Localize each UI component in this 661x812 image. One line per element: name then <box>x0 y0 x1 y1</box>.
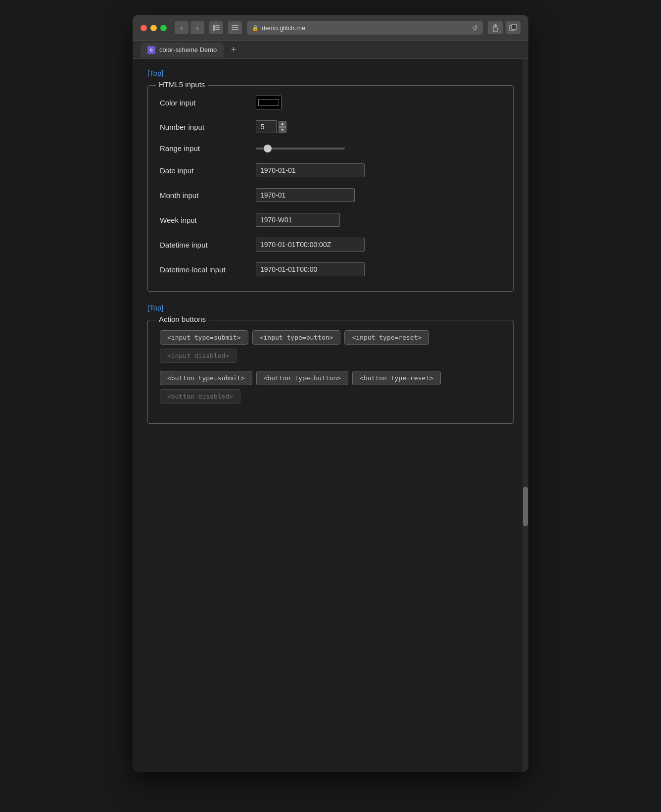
html5-legend: HTML5 inputs <box>156 80 208 89</box>
month-label: Month input <box>160 191 249 200</box>
date-input-row: Date input <box>160 163 501 177</box>
input-submit-button[interactable]: <input type=submit> <box>160 330 248 345</box>
button-reset-button[interactable]: <button type=reset> <box>352 371 441 385</box>
svg-rect-0 <box>213 25 215 31</box>
forward-button[interactable]: › <box>190 21 204 34</box>
number-spinner: ▲ ▼ <box>279 121 286 133</box>
svg-rect-5 <box>232 27 238 28</box>
number-input-row: Number input ▲ ▼ <box>160 120 501 133</box>
spinner-down-button[interactable]: ▼ <box>279 127 286 133</box>
number-input[interactable] <box>256 120 277 133</box>
minimize-button[interactable] <box>150 25 157 31</box>
traffic-lights <box>141 25 167 31</box>
close-button[interactable] <box>141 25 147 31</box>
lock-icon: 🔒 <box>252 25 259 31</box>
color-label: Color input <box>160 99 249 107</box>
action-buttons-section: Action buttons <input type=submit> <inpu… <box>147 320 514 424</box>
html5-inputs-section: HTML5 inputs Color input Number input ▲ … <box>147 85 514 292</box>
button-button-button[interactable]: <button type=button> <box>256 371 349 385</box>
tab-title: color-scheme Demo <box>159 46 217 53</box>
range-label: Range input <box>160 144 249 152</box>
range-input-row: Range input <box>160 144 501 152</box>
page-content: [Top] HTML5 inputs Color input Number in… <box>133 59 528 772</box>
number-label: Number input <box>160 123 249 131</box>
range-input[interactable] <box>256 148 345 150</box>
reader-button[interactable] <box>228 21 242 34</box>
date-label: Date input <box>160 166 249 175</box>
input-buttons-group: <input type=submit> <input type=button> … <box>160 330 501 363</box>
action-legend: Action buttons <box>156 315 209 323</box>
second-top-link[interactable]: [Top] <box>147 304 164 312</box>
color-input[interactable] <box>256 96 282 109</box>
datetimelocal-input[interactable] <box>256 262 365 276</box>
scrollbar[interactable] <box>522 59 528 772</box>
reload-button[interactable]: ↺ <box>472 24 478 32</box>
date-input[interactable] <box>256 163 365 177</box>
nav-buttons: ‹ › <box>175 21 204 34</box>
top-link[interactable]: [Top] <box>147 69 164 77</box>
svg-rect-2 <box>215 27 220 28</box>
button-disabled-button: <button disabled> <box>160 389 240 404</box>
maximize-button[interactable] <box>160 25 167 31</box>
title-bar: ‹ › 🔒 demo.glitch.me ↺ <box>133 15 528 41</box>
input-button-button[interactable]: <input type=button> <box>252 330 341 345</box>
month-input[interactable] <box>256 188 355 202</box>
url-text: demo.glitch.me <box>262 24 305 32</box>
tab-bar: c color-scheme Demo + <box>133 41 528 59</box>
datetimelocal-input-row: Datetime-local input <box>160 262 501 276</box>
sidebar-button[interactable] <box>209 21 223 34</box>
svg-rect-1 <box>215 25 220 26</box>
browser-window: ‹ › 🔒 demo.glitch.me ↺ <box>133 15 528 772</box>
tab-favicon: c <box>147 46 155 54</box>
color-input-row: Color input <box>160 96 501 109</box>
share-button[interactable] <box>488 21 503 34</box>
datetime-label: Datetime input <box>160 241 249 249</box>
month-input-row: Month input <box>160 188 501 202</box>
datetimelocal-label: Datetime-local input <box>160 265 249 274</box>
week-input-row: Week input <box>160 213 501 227</box>
datetime-input[interactable] <box>256 238 365 252</box>
number-input-group: ▲ ▼ <box>256 120 286 133</box>
url-bar[interactable]: 🔒 demo.glitch.me ↺ <box>247 21 483 35</box>
scrollbar-thumb[interactable] <box>523 487 528 526</box>
week-label: Week input <box>160 216 249 224</box>
week-input[interactable] <box>256 213 340 227</box>
button-buttons-group: <button type=submit> <button type=button… <box>160 371 501 404</box>
new-window-button[interactable] <box>506 21 520 34</box>
svg-rect-3 <box>215 29 220 30</box>
back-button[interactable]: ‹ <box>175 21 189 34</box>
svg-rect-6 <box>232 29 238 30</box>
svg-rect-4 <box>232 25 238 26</box>
svg-rect-9 <box>512 24 517 29</box>
datetime-input-row: Datetime input <box>160 238 501 252</box>
toolbar-buttons <box>488 21 520 34</box>
spinner-up-button[interactable]: ▲ <box>279 121 286 127</box>
button-submit-button[interactable]: <button type=submit> <box>160 371 252 385</box>
active-tab[interactable]: c color-scheme Demo <box>141 43 224 57</box>
new-tab-button[interactable]: + <box>228 44 239 56</box>
input-reset-button[interactable]: <input type=reset> <box>344 330 429 345</box>
input-disabled-button: <input disabled> <box>160 349 236 363</box>
